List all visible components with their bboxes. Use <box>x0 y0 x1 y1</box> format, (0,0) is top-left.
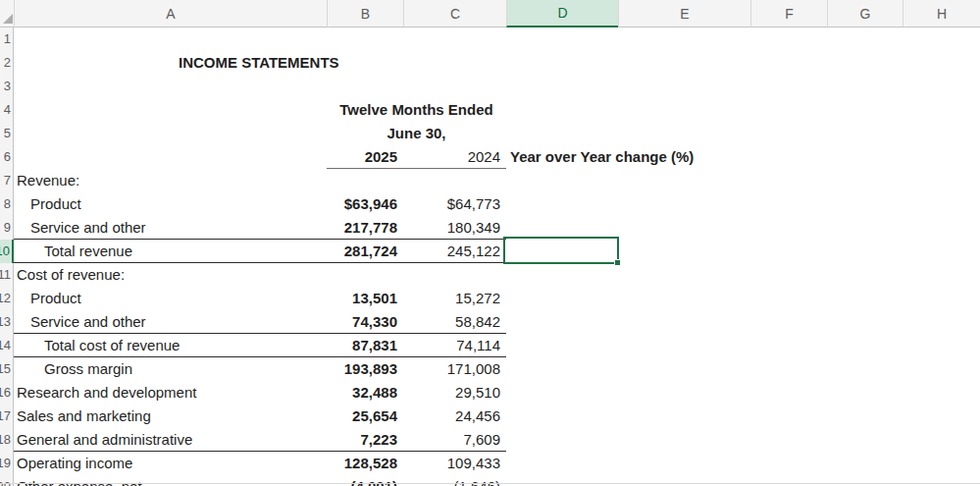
cell-C19[interactable]: 109,433 <box>403 452 500 475</box>
cell-A20[interactable]: Other expense, net <box>17 475 142 486</box>
row-header-13[interactable]: 13 <box>0 310 14 335</box>
row-header-18[interactable]: 18 <box>0 428 14 453</box>
row-header-5[interactable]: 5 <box>0 122 14 146</box>
cell-B9[interactable]: 217,778 <box>327 216 397 240</box>
row-header-9[interactable]: 9 <box>0 216 14 241</box>
cell-C14[interactable]: 74,114 <box>403 334 500 357</box>
cell-C8[interactable]: $64,773 <box>403 192 500 216</box>
cell-C16[interactable]: 29,510 <box>403 381 500 405</box>
column-header-C[interactable]: C <box>403 0 506 27</box>
row-header-10[interactable]: 10 <box>0 240 14 264</box>
row-header-3[interactable]: 3 <box>0 75 14 99</box>
total-border-bottom-row10 <box>14 262 506 263</box>
cell-B20[interactable]: (4,001) <box>327 475 397 486</box>
cell-A14[interactable]: Total cost of revenue <box>44 334 180 357</box>
column-header-G[interactable]: G <box>827 0 903 27</box>
cell-B8[interactable]: $63,946 <box>327 192 397 216</box>
sheet-title[interactable]: INCOME STATEMENTS <box>179 51 339 75</box>
cell-C18[interactable]: 7,609 <box>403 428 500 452</box>
row-header-17[interactable]: 17 <box>0 405 14 429</box>
cell-A7[interactable]: Revenue: <box>17 169 79 192</box>
fill-handle[interactable] <box>614 259 621 266</box>
row-header-4[interactable]: 4 <box>0 98 14 123</box>
cell-A11[interactable]: Cost of revenue: <box>17 263 125 287</box>
yoy-change-header[interactable]: Year over Year change (%) <box>510 145 694 169</box>
select-all-triangle-icon <box>3 14 13 24</box>
row-header-20[interactable]: 20 <box>0 475 14 486</box>
cell-A19[interactable]: Operating income <box>17 452 132 475</box>
active-cell-selection-border <box>503 237 619 264</box>
column-header-H[interactable]: H <box>903 0 980 27</box>
cell-B17[interactable]: 25,654 <box>327 405 397 428</box>
period-header-line2[interactable]: June 30, <box>327 122 506 145</box>
cell-B15[interactable]: 193,893 <box>327 357 397 381</box>
cell-C20[interactable]: (1,646) <box>403 475 500 486</box>
cell-C17[interactable]: 24,456 <box>403 405 500 428</box>
cell-B7[interactable] <box>327 169 397 192</box>
total-border-top-row10 <box>14 239 506 240</box>
period-header-line1[interactable]: Twelve Months Ended <box>327 98 506 122</box>
row-header-2[interactable]: 2 <box>0 51 14 76</box>
cell-C7[interactable] <box>403 169 500 192</box>
row-header-1[interactable]: 1 <box>0 27 14 52</box>
cell-A16[interactable]: Research and development <box>17 381 196 405</box>
cell-C10[interactable]: 245,122 <box>403 240 500 263</box>
viewport-bottom-edge <box>0 483 980 484</box>
column-header-D[interactable]: D <box>506 0 618 27</box>
column-header-A[interactable]: A <box>14 0 327 27</box>
select-all-button[interactable] <box>0 0 14 27</box>
cell-B10[interactable]: 281,724 <box>327 240 397 263</box>
cell-C15[interactable]: 171,008 <box>403 357 500 381</box>
cell-A9[interactable]: Service and other <box>30 216 146 240</box>
cell-A10[interactable]: Total revenue <box>44 240 132 263</box>
cell-A8[interactable]: Product <box>30 192 81 216</box>
row-header-15[interactable]: 15 <box>0 357 14 382</box>
cell-C9[interactable]: 180,349 <box>403 216 500 240</box>
cell-B12[interactable]: 13,501 <box>327 287 397 310</box>
row-header-14[interactable]: 14 <box>0 334 14 358</box>
cell-A15[interactable]: Gross margin <box>44 357 132 381</box>
cell-B13[interactable]: 74,330 <box>327 310 397 334</box>
row-header-16[interactable]: 16 <box>0 381 14 405</box>
cell-C11[interactable] <box>403 263 500 287</box>
row-header-7[interactable]: 7 <box>0 169 14 193</box>
cell-C13[interactable]: 58,842 <box>403 310 500 334</box>
cell-B19[interactable]: 128,528 <box>327 452 397 475</box>
total-border-top-row14 <box>14 333 506 334</box>
row-header-6[interactable]: 6 <box>0 145 14 170</box>
column-header-B[interactable]: B <box>327 0 403 27</box>
column-header-F[interactable]: F <box>750 0 827 27</box>
row-header-8[interactable]: 8 <box>0 192 14 217</box>
row-header-12[interactable]: 12 <box>0 287 14 311</box>
cell-B16[interactable]: 32,488 <box>327 381 397 405</box>
spreadsheet: ABCDEFGH 1234567891011121314151617181920… <box>0 0 980 486</box>
cell-A18[interactable]: General and administrative <box>17 428 192 452</box>
row-header-11[interactable]: 11 <box>0 263 14 288</box>
total-border-bottom-row18 <box>14 451 506 452</box>
cell-B11[interactable] <box>327 263 397 287</box>
total-border-bottom-row14 <box>14 356 506 357</box>
cell-A13[interactable]: Service and other <box>30 310 146 334</box>
cell-B18[interactable]: 7,223 <box>327 428 397 452</box>
cell-B14[interactable]: 87,831 <box>327 334 397 357</box>
year-2025-header[interactable]: 2025 <box>327 145 397 169</box>
cell-C12[interactable]: 15,272 <box>403 287 500 310</box>
column-header-E[interactable]: E <box>618 0 750 27</box>
cell-A17[interactable]: Sales and marketing <box>17 405 151 428</box>
row-header-19[interactable]: 19 <box>0 452 14 476</box>
year-2024-header[interactable]: 2024 <box>403 145 500 169</box>
cell-A12[interactable]: Product <box>30 287 81 310</box>
